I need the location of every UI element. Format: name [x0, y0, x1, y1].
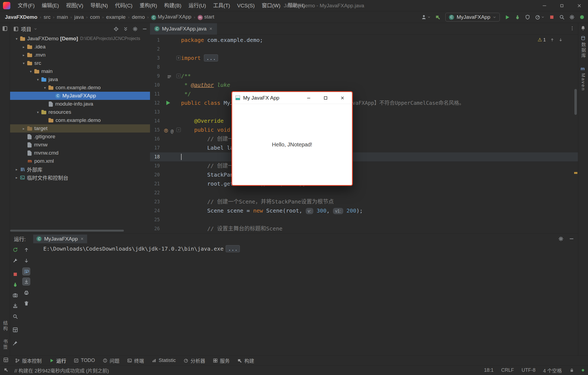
- next-problem-button[interactable]: [559, 38, 563, 42]
- tool-window-button--[interactable]: 问题: [99, 356, 123, 365]
- project-view-dropdown-icon[interactable]: [34, 27, 37, 31]
- run-tab-close-icon[interactable]: [80, 236, 84, 242]
- console-folding[interactable]: ...: [226, 245, 240, 252]
- tree-chevron-icon[interactable]: ▾: [35, 78, 41, 82]
- settings-button[interactable]: [569, 14, 575, 20]
- breadcrumb-item[interactable]: C MyJavaFXApp: [151, 14, 191, 20]
- menu-code[interactable]: 代码(C): [111, 0, 136, 11]
- run-tab[interactable]: CMyJavaFXApp: [33, 235, 87, 243]
- run-panel-settings-button[interactable]: [558, 236, 564, 241]
- maximize-window-button[interactable]: [553, 0, 571, 11]
- tree-chevron-icon[interactable]: ▾: [20, 61, 27, 65]
- tree-item-mvnw[interactable]: mvnw: [10, 141, 150, 149]
- tree-chevron-icon[interactable]: ▾: [27, 69, 34, 73]
- close-window-button[interactable]: [571, 0, 588, 11]
- tab-close-icon[interactable]: [209, 26, 213, 32]
- notifications-button[interactable]: [580, 25, 586, 31]
- search-console-button[interactable]: [11, 313, 19, 320]
- javafx-maximize-button[interactable]: [317, 92, 334, 104]
- tree-item-src[interactable]: ▾src: [10, 59, 150, 67]
- breadcrumb-item[interactable]: example: [106, 14, 126, 20]
- tool-window-layout-icon[interactable]: [3, 357, 8, 362]
- rerun-button[interactable]: [11, 246, 19, 253]
- tree-item-main[interactable]: ▾main: [10, 67, 150, 75]
- tool-window-button--[interactable]: 终端: [123, 356, 148, 365]
- tree-item-target[interactable]: ▸target: [10, 124, 150, 133]
- hide-panel-button[interactable]: [142, 26, 147, 32]
- prev-problem-button[interactable]: [550, 38, 554, 42]
- idea-logo-icon[interactable]: [3, 2, 10, 9]
- rerun-debug-button[interactable]: [11, 281, 19, 288]
- caret-position[interactable]: 18:1: [484, 367, 494, 373]
- project-options-button[interactable]: [133, 26, 138, 32]
- menu-refactor[interactable]: 重构(R): [136, 0, 161, 11]
- javafx-close-button[interactable]: [334, 92, 351, 104]
- run-line-icon[interactable]: [166, 101, 170, 105]
- tree-item-java[interactable]: ▾java: [10, 75, 150, 84]
- menu-build[interactable]: 构建(B): [161, 0, 185, 11]
- clear-console-button[interactable]: [23, 300, 30, 307]
- horizontal-scrollbar[interactable]: [10, 230, 124, 232]
- edit-run-configuration-button[interactable]: [11, 257, 19, 264]
- prev-occurrence-button[interactable]: [23, 246, 30, 253]
- pin-tab-button[interactable]: [11, 339, 19, 347]
- stop-process-button[interactable]: [11, 271, 19, 278]
- tree-chevron-icon[interactable]: ▾: [42, 86, 48, 90]
- breadcrumb-item[interactable]: src: [44, 14, 50, 20]
- coverage-button[interactable]: [525, 14, 530, 20]
- breadcrumb-item[interactable]: JavaFXDemo: [5, 14, 37, 20]
- tree-item--mvn[interactable]: ▸.mvn: [10, 51, 150, 59]
- print-button[interactable]: [23, 289, 30, 296]
- project-stripe-button[interactable]: [2, 26, 8, 31]
- hide-run-panel-button[interactable]: [569, 236, 574, 241]
- tree-item-myjavafxapp[interactable]: CMyJavaFXApp: [10, 92, 150, 100]
- editor-tab[interactable]: CMyJavaFXApp.java: [150, 23, 217, 35]
- tree-item--gitignore[interactable]: .gitignore: [10, 133, 150, 141]
- structure-stripe-button[interactable]: 结构: [2, 321, 8, 331]
- profiler-dropdown-icon[interactable]: [541, 16, 544, 19]
- stop-button[interactable]: [549, 14, 555, 20]
- menu-navigate[interactable]: 导航(N): [87, 0, 111, 11]
- code-editor[interactable]: 1package com.example.demo;23+import ...8…: [150, 35, 578, 233]
- profiler-button[interactable]: [535, 14, 540, 20]
- maven-stripe-button[interactable]: mMaven: [580, 66, 586, 91]
- javafx-app-window[interactable]: My JavaFX App Hello, JNotepad!: [231, 91, 353, 186]
- tree-item-mvnw-cmd[interactable]: mvnw.cmd: [10, 149, 150, 157]
- fold-marker[interactable]: +: [176, 56, 181, 60]
- javafx-title-bar[interactable]: My JavaFX App: [232, 92, 352, 104]
- tool-window-button--[interactable]: 版本控制: [11, 356, 45, 365]
- database-stripe-button[interactable]: 数据库: [580, 36, 587, 59]
- user-icon[interactable]: [421, 14, 427, 20]
- tree-chevron-icon[interactable]: ▸: [20, 127, 27, 131]
- breadcrumb-item[interactable]: main: [57, 14, 68, 20]
- tool-window-button--[interactable]: 分析器: [180, 356, 209, 365]
- build-project-button[interactable]: [435, 14, 441, 20]
- tree-item-javafxdemo[interactable]: ▾JavaFXDemo[Demo]D:\IDEAProjects\JCNCPro…: [10, 35, 150, 43]
- tree-item-com-example-demo[interactable]: ▾com.example.demo: [10, 84, 150, 92]
- select-opened-file-button[interactable]: [114, 26, 119, 32]
- breadcrumb-item[interactable]: java: [74, 14, 84, 20]
- tab-options-icon[interactable]: [570, 26, 575, 31]
- tree-item--[interactable]: ▸临时文件和控制台: [10, 173, 150, 182]
- plugin-icon[interactable]: [579, 14, 585, 20]
- restore-layout-button[interactable]: [11, 326, 19, 333]
- indent-setting[interactable]: 4 个空格: [543, 367, 562, 374]
- file-encoding[interactable]: UTF-8: [522, 367, 535, 373]
- tree-item-com-example-demo[interactable]: com.example.demo: [10, 116, 150, 124]
- inspections-widget[interactable]: ⚠ 1: [538, 37, 563, 43]
- breadcrumb-item[interactable]: demo: [132, 14, 145, 20]
- breadcrumb-item[interactable]: com: [90, 14, 100, 20]
- menu-file[interactable]: 文件(F): [14, 0, 38, 11]
- run-button[interactable]: [504, 14, 510, 20]
- collapse-all-button[interactable]: [123, 26, 128, 32]
- search-everywhere-button[interactable]: [559, 14, 565, 20]
- scroll-to-end-button[interactable]: [23, 278, 30, 285]
- tool-window-button-todo[interactable]: TODO: [70, 356, 99, 365]
- fold-marker[interactable]: −: [176, 128, 181, 132]
- bookmarks-stripe-button[interactable]: 书签: [2, 339, 8, 350]
- tree-item--[interactable]: ▸外部库: [10, 165, 150, 173]
- fold-marker[interactable]: −: [176, 74, 181, 78]
- line-ending[interactable]: CRLF: [501, 367, 514, 373]
- tree-chevron-icon[interactable]: ▸: [20, 53, 27, 57]
- run-config-dropdown-icon[interactable]: [493, 16, 496, 19]
